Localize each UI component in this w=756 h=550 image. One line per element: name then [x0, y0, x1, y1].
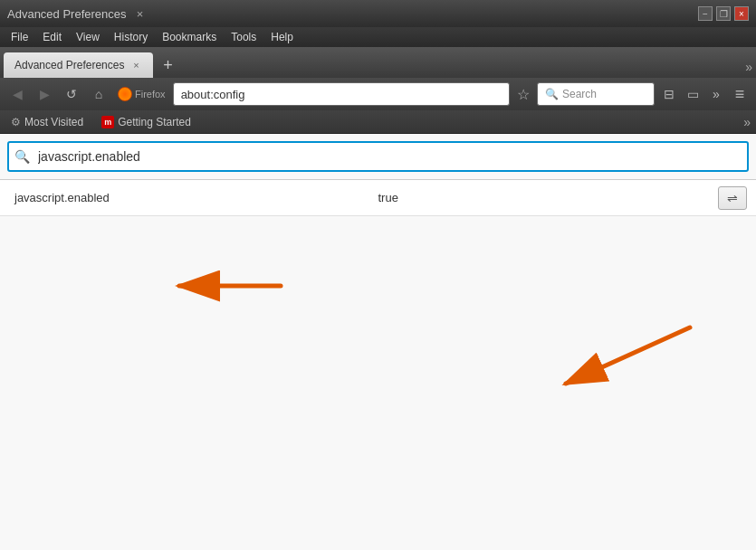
active-tab[interactable]: Advanced Preferences × — [4, 52, 153, 78]
url-text: about:config — [181, 88, 245, 101]
home-button[interactable]: ⌂ — [87, 82, 110, 106]
search-bar-icon: 🔍 — [545, 88, 559, 100]
forward-button[interactable]: ▶ — [33, 82, 56, 106]
title-bar-title: Advanced Preferences — [7, 7, 127, 21]
bookmark-getting-started[interactable]: m Getting Started — [96, 114, 196, 130]
content-area: 🔍 javascript.enabled true ⇌ — [0, 134, 756, 550]
window-controls: − ❐ × — [698, 6, 749, 21]
url-bar[interactable]: about:config — [173, 82, 510, 106]
gear-icon: ⚙ — [11, 116, 21, 128]
nav-icons-right: ⊟ ▭ » ≡ — [658, 83, 751, 105]
restore-button[interactable]: ❐ — [716, 6, 731, 21]
menu-help[interactable]: Help — [263, 29, 301, 45]
close-button[interactable]: × — [734, 6, 749, 21]
pref-name-text: javascript.enabled — [14, 191, 110, 204]
search-bar-text: Search — [562, 88, 597, 100]
back-button[interactable]: ◀ — [5, 82, 29, 106]
menu-tools[interactable]: Tools — [224, 29, 263, 45]
getting-started-icon: m — [101, 116, 114, 128]
menu-edit[interactable]: Edit — [35, 29, 69, 45]
hamburger-menu-button[interactable]: ≡ — [729, 83, 751, 105]
reload-button[interactable]: ↺ — [60, 82, 83, 106]
browser-search-bar[interactable]: 🔍 Search — [537, 82, 655, 106]
menu-bookmarks[interactable]: Bookmarks — [155, 29, 224, 45]
pref-name-cell: javascript.enabled — [0, 180, 378, 216]
tab-close-icon[interactable]: × — [134, 7, 147, 20]
toggle-button[interactable]: ⇌ — [718, 186, 747, 210]
nav-bar: ◀ ▶ ↺ ⌂ Firefox about:config ☆ 🔍 Search … — [0, 78, 756, 110]
results-table: javascript.enabled true ⇌ — [0, 179, 756, 216]
firefox-icon — [118, 87, 132, 101]
minimize-button[interactable]: − — [698, 6, 713, 21]
tab-overflow-button[interactable]: » — [745, 60, 752, 74]
browser-logo: Firefox — [114, 87, 169, 101]
tab-label: Advanced Preferences — [14, 59, 124, 71]
pref-action-cell: ⇌ — [718, 180, 756, 216]
pref-value-text: true — [378, 191, 398, 204]
menu-history[interactable]: History — [107, 29, 155, 45]
menu-file[interactable]: File — [4, 29, 35, 45]
menu-bar: File Edit View History Bookmarks Tools H… — [0, 27, 756, 47]
new-tab-button[interactable]: + — [157, 54, 178, 76]
bookmarks-bar: ⚙ Most Visited m Getting Started » — [0, 110, 756, 134]
overflow-button[interactable]: » — [705, 83, 727, 105]
title-bar-left: Advanced Preferences × — [7, 7, 147, 21]
bookmark-label: Most Visited — [24, 116, 83, 128]
pref-search-wrapper: 🔍 — [7, 141, 749, 172]
bookmark-most-visited[interactable]: ⚙ Most Visited — [5, 114, 89, 130]
results-body: javascript.enabled true ⇌ — [0, 180, 756, 216]
sidebar-button[interactable]: ▭ — [682, 83, 703, 105]
table-row: javascript.enabled true ⇌ — [0, 180, 756, 216]
bookmark-star-button[interactable]: ☆ — [513, 86, 533, 103]
title-bar: Advanced Preferences × − ❐ × — [0, 0, 756, 27]
search-container: 🔍 — [0, 134, 756, 179]
menu-view[interactable]: View — [69, 29, 107, 45]
tab-close-button[interactable]: × — [129, 59, 142, 71]
library-button[interactable]: ⊟ — [658, 83, 680, 105]
bookmarks-overflow-button[interactable]: » — [743, 115, 751, 129]
browser-label: Firefox — [135, 89, 166, 100]
tab-bar: Advanced Preferences × + » — [0, 47, 756, 78]
bookmark-getting-started-label: Getting Started — [118, 116, 191, 128]
pref-value-cell: true — [378, 180, 719, 216]
content-wrapper: 🔍 javascript.enabled true ⇌ — [0, 134, 756, 550]
pref-search-input[interactable] — [7, 141, 749, 172]
